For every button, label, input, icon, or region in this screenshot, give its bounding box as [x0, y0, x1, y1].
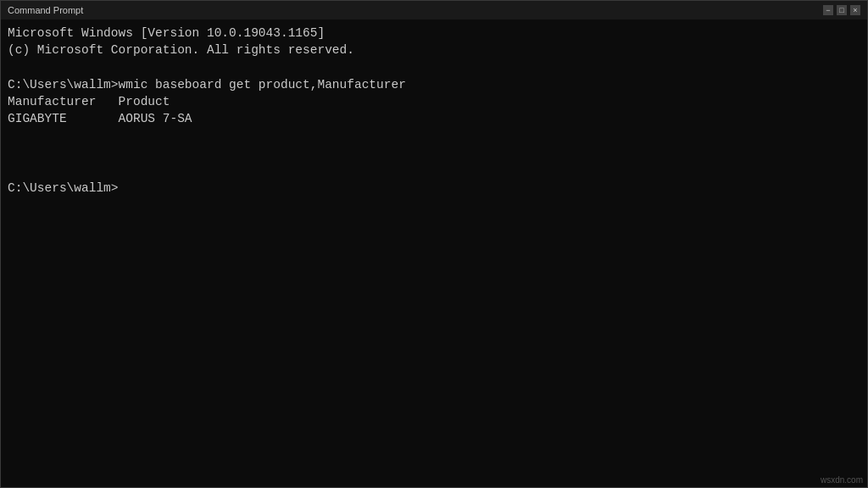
minimize-button[interactable]: −: [823, 5, 833, 15]
output-line-4: C:\Users\wallm>wmic baseboard get produc…: [8, 76, 860, 93]
output-line-2: (c) Microsoft Corporation. All rights re…: [8, 42, 860, 58]
blank-line-3: [8, 145, 860, 162]
terminal-output[interactable]: Microsoft Windows [Version 10.0.19043.11…: [1, 19, 867, 487]
maximize-button[interactable]: □: [837, 5, 847, 15]
blank-line-1: [8, 59, 860, 76]
blank-line-2: [8, 128, 860, 145]
cmd-window: Command Prompt − □ × Microsoft Windows […: [0, 0, 868, 488]
watermark: wsxdn.com: [821, 475, 863, 485]
output-line-10: C:\Users\wallm>: [8, 180, 860, 197]
output-line-5: Manufacturer Product: [8, 93, 860, 110]
output-line-6: GIGABYTE AORUS 7-SA: [8, 110, 860, 127]
window-controls: − □ ×: [823, 5, 860, 15]
close-button[interactable]: ×: [850, 5, 860, 15]
window-title: Command Prompt: [8, 5, 83, 15]
output-line-1: Microsoft Windows [Version 10.0.19043.11…: [8, 25, 860, 42]
titlebar: Command Prompt − □ ×: [1, 1, 867, 19]
blank-line-4: [8, 162, 860, 179]
